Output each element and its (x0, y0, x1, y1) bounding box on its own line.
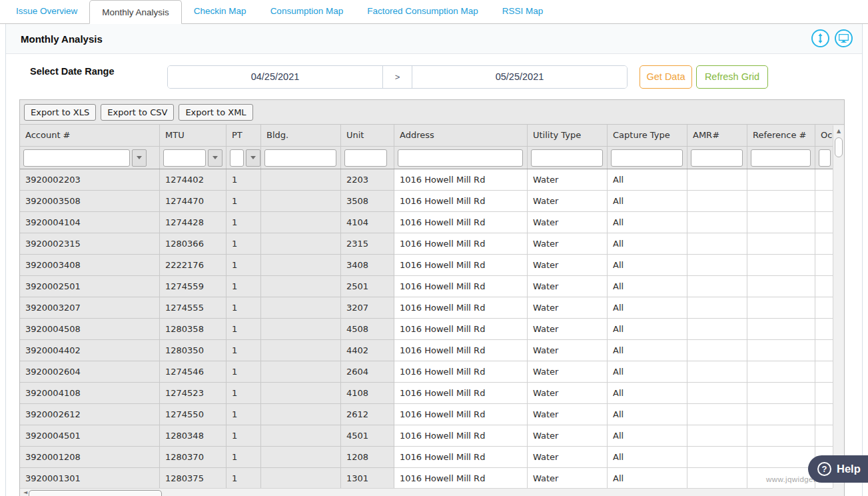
column-header-mtu[interactable]: MTU (160, 125, 226, 147)
grid-cell: 1016 Howell Mill Rd (394, 319, 528, 340)
column-header-bldg[interactable]: Bldg. (261, 125, 341, 147)
filter-input-capture-type[interactable] (611, 149, 683, 167)
grid-cell: 1016 Howell Mill Rd (394, 276, 528, 297)
grid-cell: 1016 Howell Mill Rd (394, 233, 528, 255)
table-row[interactable]: 39200022031274402122031016 Howell Mill R… (20, 169, 844, 191)
table-row[interactable]: 39200035081274470135081016 Howell Mill R… (20, 191, 844, 212)
filter-input-occ[interactable] (819, 149, 831, 167)
scrollbar-corner (833, 488, 844, 496)
grid-cell: 1280358 (160, 319, 226, 340)
page-title: Monthly Analysis (21, 33, 103, 45)
filter-input-unit[interactable] (344, 149, 387, 167)
grid-cell: 3920004508 (20, 319, 160, 340)
column-header-utility-type[interactable]: Utility Type (528, 125, 608, 147)
table-row[interactable]: 39200025011274559125011016 Howell Mill R… (20, 276, 844, 297)
grid-cell: 1 (226, 212, 261, 233)
grid-cell: 1208 (341, 447, 394, 468)
column-header-pt[interactable]: PT (226, 125, 261, 147)
grid-cell (747, 340, 815, 361)
table-row[interactable]: 39200032071274555132071016 Howell Mill R… (20, 297, 844, 319)
grid-cell (687, 212, 747, 233)
column-header-amr[interactable]: AMR# (687, 125, 747, 147)
filter-input-reference[interactable] (751, 149, 811, 167)
grid-cell (261, 255, 341, 276)
export-to-xml-button[interactable]: Export to XML (179, 104, 252, 121)
help-button[interactable]: ? Help (808, 455, 868, 483)
grid-cell: All (608, 255, 687, 276)
grid-cell (747, 169, 815, 191)
tab-factored-consumption-map[interactable]: Factored Consumption Map (355, 0, 490, 23)
grid-cell: 1016 Howell Mill Rd (394, 212, 528, 233)
grid-cell: Water (528, 169, 608, 191)
filter-input-utility-type[interactable] (531, 149, 603, 167)
grid-cell (261, 169, 341, 191)
tab-checkin-map[interactable]: Checkin Map (182, 0, 258, 23)
table-row[interactable]: 39200013011280375113011016 Howell Mill R… (20, 468, 844, 489)
horizontal-scrollbar[interactable]: ◄ (20, 488, 833, 496)
column-header-unit[interactable]: Unit (341, 125, 394, 147)
filter-dropdown-icon[interactable] (246, 149, 260, 167)
table-row[interactable]: 39200041081274523141081016 Howell Mill R… (20, 383, 844, 404)
monitor-icon[interactable] (835, 29, 853, 47)
column-header-account[interactable]: Account # (20, 125, 160, 147)
export-to-xls-button[interactable]: Export to XLS (24, 104, 96, 121)
table-row[interactable]: 39200012081280370112081016 Howell Mill R… (20, 447, 844, 468)
tab-rssi-map[interactable]: RSSI Map (490, 0, 556, 23)
table-row[interactable]: 39200045011280348145011016 Howell Mill R… (20, 425, 844, 447)
scroll-up-icon[interactable]: ▲ (833, 125, 844, 137)
vertical-resize-icon[interactable] (811, 29, 829, 47)
filter-input-pt[interactable] (230, 149, 244, 167)
column-header-capture-type[interactable]: Capture Type (608, 125, 687, 147)
filter-input-address[interactable] (398, 149, 523, 167)
end-date-input[interactable]: 05/25/2021 (412, 66, 627, 88)
grid-cell (747, 425, 815, 447)
grid-cell: 1274523 (160, 383, 226, 404)
table-row[interactable]: 39200026041274546126041016 Howell Mill R… (20, 361, 844, 383)
table-row[interactable]: 39200045081280358145081016 Howell Mill R… (20, 319, 844, 340)
table-row[interactable]: 39200023151280366123151016 Howell Mill R… (20, 233, 844, 255)
grid-cell: 3920002203 (20, 169, 160, 191)
tab-issue-overview[interactable]: Issue Overview (4, 0, 89, 23)
column-header-reference[interactable]: Reference # (747, 125, 815, 147)
filter-input-mtu[interactable] (163, 149, 206, 167)
grid-cell: 1 (226, 468, 261, 489)
start-date-input[interactable]: 04/25/2021 (168, 66, 382, 88)
table-row[interactable]: 39200041041274428141041016 Howell Mill R… (20, 212, 844, 233)
grid-cell: 1 (226, 233, 261, 255)
grid-cell: Water (528, 468, 608, 489)
filter-input-amr[interactable] (691, 149, 743, 167)
grid-cell: 3920003207 (20, 297, 160, 319)
filter-dropdown-icon[interactable] (132, 149, 147, 167)
vertical-scrollbar[interactable]: ▲ (833, 125, 844, 489)
column-header-address[interactable]: Address (394, 125, 528, 147)
get-data-button[interactable]: Get Data (640, 65, 692, 89)
filter-input-bldg[interactable] (264, 149, 336, 167)
refresh-grid-button[interactable]: Refresh Grid (696, 65, 768, 89)
grid-cell: All (608, 383, 687, 404)
filter-dropdown-icon[interactable] (208, 149, 222, 167)
question-mark-icon: ? (817, 462, 831, 476)
grid-cell (747, 297, 815, 319)
grid-cell: 3920002604 (20, 361, 160, 383)
vertical-scrollbar-thumb[interactable] (835, 137, 843, 157)
table-row[interactable]: 39200034082222176134081016 Howell Mill R… (20, 255, 844, 276)
grid-cell (687, 233, 747, 255)
table-row[interactable]: 39200026121274550126121016 Howell Mill R… (20, 404, 844, 425)
tab-consumption-map[interactable]: Consumption Map (258, 0, 356, 23)
filter-cell-reference (747, 147, 815, 169)
grid-cell: 1016 Howell Mill Rd (394, 255, 528, 276)
column-header-occ[interactable]: Occ (815, 125, 833, 147)
filter-input-account[interactable] (23, 149, 130, 167)
export-to-csv-button[interactable]: Export to CSV (101, 104, 174, 121)
horizontal-scrollbar-thumb[interactable] (29, 490, 162, 496)
filter-cell-address (394, 147, 528, 169)
grid-cell (261, 276, 341, 297)
grid-cell: 2315 (341, 233, 394, 255)
grid-cell (815, 212, 833, 233)
tab-monthly-analysis[interactable]: Monthly Analysis (89, 0, 182, 24)
grid-cell: 3508 (341, 191, 394, 212)
grid-cell: 1274550 (160, 404, 226, 425)
table-row[interactable]: 39200044021280350144021016 Howell Mill R… (20, 340, 844, 361)
date-range-arrow-button[interactable]: > (382, 66, 412, 88)
grid-cell: 3408 (341, 255, 394, 276)
